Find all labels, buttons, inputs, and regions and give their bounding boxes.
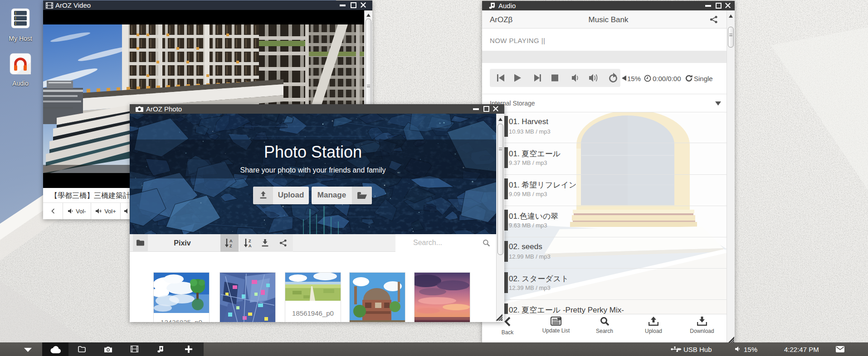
svg-text:Z: Z: [229, 244, 232, 248]
svg-text:A: A: [249, 244, 252, 248]
svg-text:A: A: [229, 239, 233, 243]
svg-text:Z: Z: [249, 239, 251, 243]
